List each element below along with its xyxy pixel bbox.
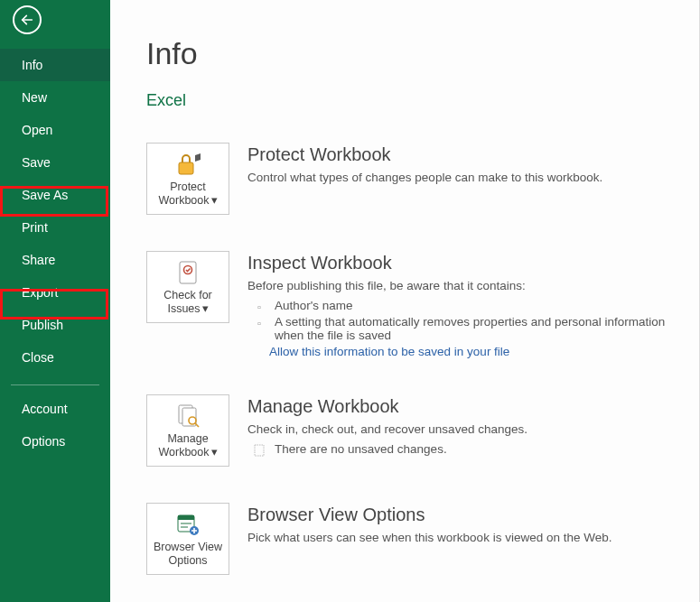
- back-button[interactable]: [13, 5, 42, 34]
- tile-manage-label: Manage Workbook▾: [151, 432, 225, 460]
- section-browser-body: Browser View Options Pick what users can…: [247, 503, 672, 550]
- tile-protect-label: Protect Workbook▾: [151, 181, 225, 208]
- inspect-desc: Before publishing this file, be aware th…: [247, 279, 672, 292]
- sidebar-item-account[interactable]: Account: [0, 393, 110, 425]
- manage-heading: Manage Workbook: [247, 396, 672, 417]
- protect-desc: Control what types of changes people can…: [247, 171, 672, 184]
- inspect-heading: Inspect Workbook: [247, 253, 672, 273]
- inspect-bullet-text: A setting that automatically removes pro…: [275, 315, 672, 342]
- manage-desc: Check in, check out, and recover unsaved…: [247, 422, 672, 436]
- lock-icon: [173, 149, 202, 181]
- protect-heading: Protect Workbook: [247, 144, 672, 165]
- section-inspect: Check for Issues▾ Inspect Workbook Befor…: [146, 251, 672, 358]
- tile-check-for-issues[interactable]: Check for Issues▾: [146, 251, 229, 323]
- sidebar-item-share[interactable]: Share: [0, 244, 110, 276]
- sidebar-separator: [11, 384, 99, 385]
- manage-status-row: There are no unsaved changes.: [253, 441, 672, 458]
- browser-heading: Browser View Options: [247, 505, 672, 525]
- sidebar-header: [0, 0, 110, 49]
- sidebar-item-saveas[interactable]: Save As: [0, 179, 110, 211]
- square-bullet-icon: ▫: [253, 317, 266, 329]
- tile-protect-workbook[interactable]: Protect Workbook▾: [146, 143, 229, 215]
- sidebar-item-options[interactable]: Options: [0, 425, 110, 458]
- tile-check-label: Check for Issues▾: [151, 289, 225, 317]
- document-check-icon: [174, 257, 201, 289]
- sidebar-item-open[interactable]: Open: [0, 114, 110, 146]
- inspect-allow-link[interactable]: Allow this information to be saved in yo…: [269, 345, 509, 358]
- section-protect-body: Protect Workbook Control what types of c…: [247, 143, 672, 190]
- sidebar-item-info[interactable]: Info: [0, 49, 110, 81]
- section-protect: Protect Workbook▾ Protect Workbook Contr…: [146, 143, 672, 215]
- dropdown-caret-icon: ▾: [202, 302, 209, 317]
- dropdown-caret-icon: ▾: [211, 446, 218, 460]
- manage-status-text: There are no unsaved changes.: [275, 442, 672, 456]
- page-title: Info: [146, 36, 672, 71]
- browser-desc: Pick what users can see when this workbo…: [247, 531, 672, 544]
- inspect-bullet-text: Author's name: [275, 299, 672, 312]
- tile-browser-label: Browser View Options: [151, 541, 225, 569]
- tile-manage-workbook[interactable]: Manage Workbook▾: [146, 394, 229, 467]
- sidebar: Info New Open Save Save As Print Share E…: [0, 0, 110, 602]
- sidebar-item-new[interactable]: New: [0, 81, 110, 114]
- square-bullet-icon: ▫: [253, 301, 266, 313]
- page-subtitle: Excel: [146, 91, 672, 110]
- dropdown-caret-icon: ▾: [211, 194, 218, 208]
- inspect-bullet: ▫ Author's name: [253, 298, 672, 314]
- section-inspect-body: Inspect Workbook Before publishing this …: [247, 251, 672, 358]
- main-panel: Info Excel Protect Workbook▾ Protect Wor…: [110, 0, 700, 602]
- sidebar-item-print[interactable]: Print: [0, 211, 110, 244]
- document-small-icon: [253, 444, 266, 457]
- tile-browser-view-options[interactable]: Browser View Options: [146, 503, 229, 575]
- section-browser: Browser View Options Browser View Option…: [146, 503, 672, 575]
- svg-marker-2: [195, 153, 201, 162]
- sidebar-item-publish[interactable]: Publish: [0, 309, 110, 341]
- sidebar-item-export[interactable]: Export: [0, 276, 110, 309]
- sidebar-item-close[interactable]: Close: [0, 341, 110, 374]
- svg-rect-1: [179, 162, 193, 174]
- svg-rect-3: [180, 262, 196, 283]
- sidebar-main-list: Info New Open Save Save As Print Share E…: [0, 49, 110, 458]
- app-root: Info New Open Save Save As Print Share E…: [0, 0, 700, 602]
- svg-rect-9: [255, 445, 264, 456]
- document-magnify-icon: [174, 401, 201, 432]
- browser-view-icon: [174, 509, 201, 541]
- section-manage-body: Manage Workbook Check in, check out, and…: [247, 394, 672, 458]
- sidebar-item-save[interactable]: Save: [0, 146, 110, 179]
- section-manage: Manage Workbook▾ Manage Workbook Check i…: [146, 394, 672, 467]
- svg-rect-11: [178, 515, 194, 520]
- inspect-bullet: ▫ A setting that automatically removes p…: [253, 314, 672, 343]
- back-arrow-icon: [20, 13, 34, 27]
